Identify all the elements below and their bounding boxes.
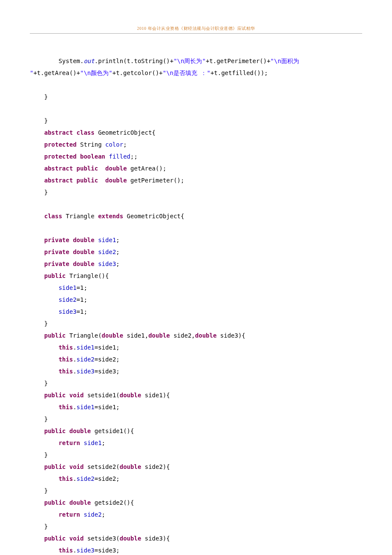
document-page: 2010 年会计从业资格《财经法规与会计职业道德》应试精华 System.out… [0,0,392,555]
page-header: 2010 年会计从业资格《财经法规与会计职业道德》应试精华 [30,26,362,34]
code-block: System.out.println(t.toString()+"\n周长为"+… [30,55,362,555]
header-text: 2010 年会计从业资格《财经法规与会计职业道德》应试精华 [137,26,255,31]
header-divider [30,33,362,34]
